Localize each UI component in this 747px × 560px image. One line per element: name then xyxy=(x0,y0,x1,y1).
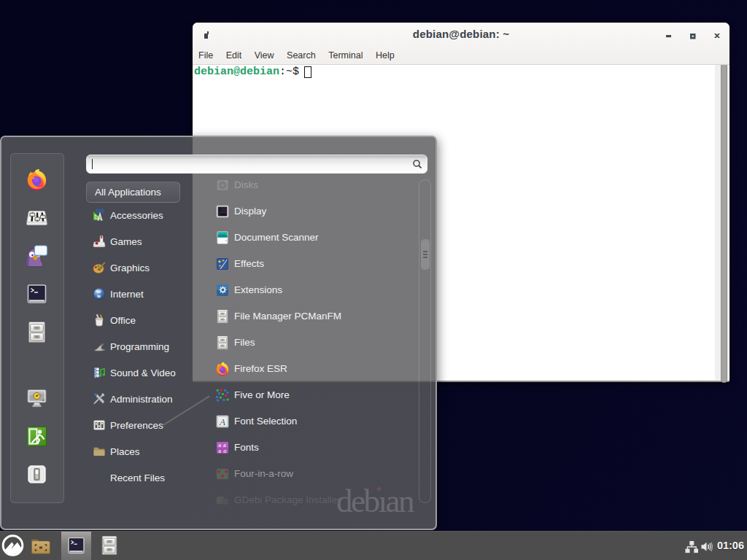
svg-text:A: A xyxy=(219,416,225,427)
svg-text:a: a xyxy=(223,447,226,454)
svg-text:a: a xyxy=(218,447,221,454)
